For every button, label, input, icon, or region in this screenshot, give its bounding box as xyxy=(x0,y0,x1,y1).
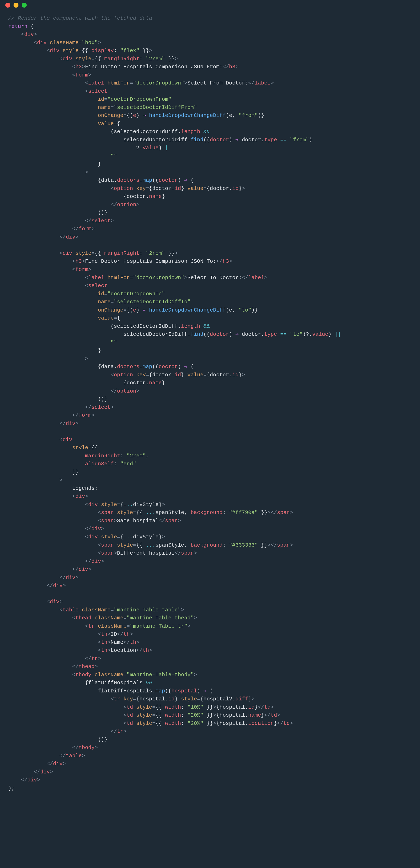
maximize-icon[interactable] xyxy=(22,3,27,8)
close-icon[interactable] xyxy=(5,3,10,8)
code-block: // Render the component with the fetched… xyxy=(0,10,420,801)
minimize-icon[interactable] xyxy=(13,3,19,8)
th-id: ID xyxy=(110,631,117,637)
legends-label: Legends: xyxy=(72,485,98,491)
code-editor-window: // Render the component with the fetched… xyxy=(0,0,420,801)
keyword-return: return xyxy=(8,23,28,30)
window-titlebar xyxy=(0,0,420,10)
th-location: Location xyxy=(110,647,136,653)
comment-line: // Render the component with the fetched… xyxy=(8,15,152,21)
legend-same: Same hospital xyxy=(117,518,159,524)
tag-div: div xyxy=(24,31,34,37)
th-name: Name xyxy=(110,639,123,646)
legend-different: Different hospital xyxy=(117,550,175,556)
label-to: Select To Doctor: xyxy=(188,275,242,281)
heading-to: Find Doctor Hospitals Comparison JSON To… xyxy=(85,258,216,265)
heading-from: Find Doctor Hospitals Comparison JSON Fr… xyxy=(85,64,223,70)
label-from: Select From Doctor: xyxy=(188,80,248,86)
